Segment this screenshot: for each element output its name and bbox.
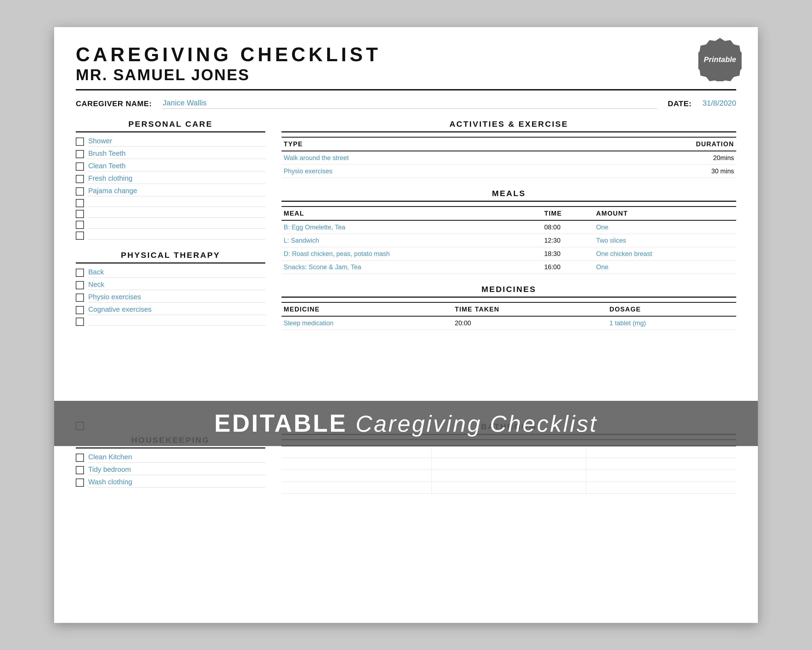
checkbox[interactable] — [76, 232, 84, 240]
activity-duration: 30 mins — [564, 165, 736, 178]
checkbox[interactable] — [76, 454, 84, 462]
empty-line — [88, 318, 265, 326]
meal-time: 12:30 — [542, 234, 594, 247]
meal-name: D: Roast chicken, peas, potato mash — [281, 247, 542, 260]
personal-care-item: Clean Teeth — [76, 162, 265, 171]
checkbox[interactable] — [76, 281, 84, 289]
personal-care-item: Fresh clothing — [76, 174, 265, 184]
personal-care-empty-item — [76, 210, 265, 218]
checkbox[interactable] — [76, 294, 84, 302]
physical-therapy-empty — [76, 318, 265, 326]
bathroom-row — [281, 482, 736, 494]
pt-empty-item — [76, 318, 265, 326]
meal-row: L: Sandwich12:30Two slices — [281, 234, 736, 247]
checklist-label: Tidy bedroom — [88, 465, 265, 475]
checkbox[interactable] — [76, 479, 84, 487]
bathroom-cell — [432, 470, 586, 482]
checklist-label: Back — [88, 268, 265, 278]
activities-section: ACTIVITIES & EXERCISE TYPE DURATION Walk… — [281, 119, 736, 178]
meal-name: Snacks: Scone & Jam, Tea — [281, 260, 542, 274]
physical-therapy-title: PHYSICAL THERAPY — [76, 251, 265, 263]
personal-care-item: Brush Teeth — [76, 149, 265, 159]
checkbox[interactable] — [76, 466, 84, 474]
bathroom-cell — [586, 482, 736, 494]
meal-name: B: Egg Omelette, Tea — [281, 220, 542, 234]
date-value: 31/8/2020 — [702, 99, 736, 109]
meal-time: 18:30 — [542, 247, 594, 260]
bathroom-cell — [586, 470, 736, 482]
checkbox[interactable] — [76, 187, 84, 196]
checkbox[interactable] — [76, 210, 84, 218]
checkbox[interactable] — [76, 318, 84, 326]
medicines-table: MEDICINE TIME TAKEN DOSAGE Sleep medicat… — [281, 302, 736, 330]
personal-care-empty-item — [76, 232, 265, 240]
empty-line — [88, 232, 265, 239]
meal-row: B: Egg Omelette, Tea08:00One — [281, 220, 736, 234]
checklist-label: Shower — [88, 137, 265, 147]
header: CAREGIVING CHECKLIST MR. SAMUEL JONES — [76, 43, 736, 90]
checkbox[interactable] — [76, 175, 84, 183]
physical-therapy-item: Physio exercises — [76, 293, 265, 303]
meal-name: L: Sandwich — [281, 234, 542, 247]
checkbox[interactable] — [76, 162, 84, 171]
personal-care-title: PERSONAL CARE — [76, 119, 265, 132]
checkbox[interactable] — [76, 150, 84, 158]
medicines-title: MEDICINES — [281, 284, 736, 298]
caregiver-value: Janice Wallis — [163, 99, 657, 109]
bathroom-cell — [281, 470, 432, 482]
caregiver-label: CAREGIVER NAME: — [76, 99, 152, 108]
personal-care-list: ShowerBrush TeethClean TeethFresh clothi… — [76, 137, 265, 196]
medicines-col-dosage: DOSAGE — [607, 303, 736, 317]
medicines-col-time-taken: TIME TAKEN — [453, 303, 607, 317]
empty-line — [88, 199, 265, 207]
checklist-label: Brush Teeth — [88, 149, 265, 159]
personal-care-empty-item — [76, 199, 265, 207]
activity-type: Physio exercises — [281, 165, 564, 178]
left-column: PERSONAL CARE ShowerBrush TeethClean Tee… — [76, 119, 265, 330]
meals-col-meal: MEAL — [281, 206, 542, 220]
meals-title: MEALS — [281, 189, 736, 202]
meal-amount: Two slices — [594, 234, 736, 247]
meal-time: 16:00 — [542, 260, 594, 274]
bathroom-row — [281, 470, 736, 482]
bathroom-cell — [586, 446, 736, 458]
bathroom-cell — [281, 458, 432, 470]
housekeeping-item: Clean Kitchen — [76, 453, 265, 463]
meal-row: D: Roast chicken, peas, potato mash18:30… — [281, 247, 736, 260]
personal-care-item: Shower — [76, 137, 265, 147]
medicines-body: Sleep medication20:001 tablet (mg) — [281, 317, 736, 330]
empty-line — [88, 221, 265, 229]
bathroom-row — [281, 446, 736, 458]
bathroom-table — [281, 439, 736, 494]
physical-therapy-item: Back — [76, 268, 265, 278]
bathroom-cell — [432, 458, 586, 470]
checkbox[interactable] — [76, 221, 84, 229]
bathroom-row — [281, 458, 736, 470]
meal-amount: One — [594, 220, 736, 234]
date-label: DATE: — [668, 99, 691, 108]
activities-table: TYPE DURATION Walk around the street20mi… — [281, 137, 736, 178]
checklist-label: Pajama change — [88, 187, 265, 196]
checkbox[interactable] — [76, 199, 84, 207]
activities-col-duration: DURATION — [564, 137, 736, 151]
main-content: PERSONAL CARE ShowerBrush TeethClean Tee… — [76, 119, 736, 330]
checklist-label: Clean Kitchen — [88, 453, 265, 463]
checkbox[interactable] — [76, 306, 84, 314]
medicines-section: MEDICINES MEDICINE TIME TAKEN DOSAGE Sle… — [281, 284, 736, 330]
personal-care-item: Pajama change — [76, 187, 265, 196]
personal-care-empty — [76, 199, 265, 240]
housekeeping-item: Wash clothing — [76, 478, 265, 488]
housekeeping-list: Clean KitchenTidy bedroomWash clothing — [76, 453, 265, 488]
checkbox[interactable] — [76, 269, 84, 277]
physical-therapy-section: PHYSICAL THERAPY BackNeckPhysio exercise… — [76, 251, 265, 326]
meals-body: B: Egg Omelette, Tea08:00OneL: Sandwich1… — [281, 220, 736, 274]
checklist-label: Fresh clothing — [88, 174, 265, 184]
checkbox[interactable] — [76, 138, 84, 146]
activity-type: Walk around the street — [281, 151, 564, 165]
checklist-label: Cognative exercises — [88, 305, 265, 315]
bathroom-cell — [281, 446, 432, 458]
meals-col-time: TIME — [542, 206, 594, 220]
right-column: ACTIVITIES & EXERCISE TYPE DURATION Walk… — [281, 119, 736, 330]
bathroom-cell — [586, 458, 736, 470]
bathroom-cell — [281, 482, 432, 494]
